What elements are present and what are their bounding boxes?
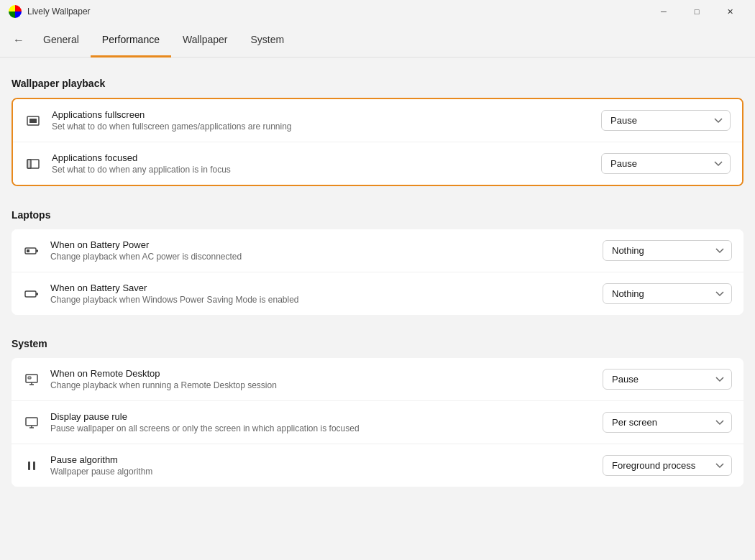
fullscreen-icon (24, 112, 42, 129)
apps-focused-select[interactable]: Pause Stop Nothing (601, 153, 731, 174)
tab-performance[interactable]: Performance (91, 23, 171, 58)
battery-power-desc: Change playback when AC power is disconn… (50, 252, 592, 262)
setting-row-apps-focused: Applications focused Set what to do when… (13, 142, 742, 185)
apps-fullscreen-label: Applications fullscreen (52, 109, 591, 120)
section-title-laptops: Laptops (12, 209, 743, 221)
tab-general[interactable]: General (32, 23, 91, 58)
battery-power-control: Nothing Pause Stop (603, 240, 732, 261)
setting-text-apps-fullscreen: Applications fullscreen Set what to do w… (52, 109, 591, 132)
remote-desktop-select[interactable]: Pause Stop Nothing (603, 369, 732, 390)
svg-rect-7 (25, 291, 36, 297)
setting-text-battery-power: When on Battery Power Change playback wh… (50, 239, 592, 262)
battery-saver-select[interactable]: Nothing Pause Stop (603, 283, 732, 304)
app-title: Lively Wallpaper (27, 6, 91, 17)
setting-text-battery-saver: When on Battery Saver Change playback wh… (50, 283, 592, 305)
battery-saver-label: When on Battery Saver (50, 283, 592, 293)
display-pause-select[interactable]: Per screen All screens (603, 412, 732, 433)
setting-row-remote-desktop: When on Remote Desktop Change playback w… (12, 358, 743, 401)
setting-row-apps-fullscreen: Applications fullscreen Set what to do w… (13, 99, 742, 142)
section-title-wallpaper-playback: Wallpaper playback (12, 78, 743, 89)
setting-row-pause-algorithm: Pause algorithm Wallpaper pause algorith… (12, 444, 743, 487)
system-group: When on Remote Desktop Change playback w… (12, 358, 743, 487)
battery-saver-desc: Change playback when Windows Power Savin… (50, 295, 592, 305)
app-icon (9, 5, 22, 18)
battery-power-icon (23, 242, 40, 260)
svg-rect-1 (29, 119, 37, 123)
section-title-system: System (12, 338, 743, 349)
apps-focused-desc: Set what to do when any application is i… (52, 165, 591, 175)
setting-text-display-pause: Display pause rule Pause wallpaper on al… (50, 411, 592, 433)
svg-rect-17 (33, 462, 35, 470)
battery-saver-icon (23, 285, 40, 303)
focused-icon (24, 155, 42, 173)
display-pause-control: Per screen All screens (603, 412, 732, 433)
display-pause-desc: Pause wallpaper on all screens or only t… (50, 423, 592, 433)
apps-focused-control: Pause Stop Nothing (601, 153, 731, 174)
close-button[interactable]: ✕ (713, 0, 746, 23)
svg-rect-9 (26, 375, 37, 382)
battery-power-select[interactable]: Nothing Pause Stop (603, 240, 732, 261)
setting-row-display-pause: Display pause rule Pause wallpaper on al… (12, 401, 743, 444)
apps-focused-label: Applications focused (52, 152, 591, 163)
back-button[interactable]: ← (6, 27, 32, 53)
svg-rect-3 (27, 160, 31, 168)
svg-rect-16 (28, 462, 30, 470)
remote-desktop-control: Pause Stop Nothing (603, 369, 732, 390)
app-window: Lively Wallpaper ─ □ ✕ ← General Perform… (0, 0, 755, 560)
remote-desktop-label: When on Remote Desktop (50, 368, 592, 379)
tab-wallpaper[interactable]: Wallpaper (171, 23, 239, 58)
content-area: Wallpaper playback Applications fullscre… (0, 58, 755, 560)
navbar: ← General Performance Wallpaper System (0, 23, 755, 58)
battery-power-label: When on Battery Power (50, 239, 592, 250)
battery-saver-control: Nothing Pause Stop (603, 283, 732, 304)
pause-algorithm-label: Pause algorithm (50, 454, 592, 465)
wallpaper-playback-group: Applications fullscreen Set what to do w… (12, 98, 743, 186)
svg-rect-5 (36, 249, 38, 252)
tab-system[interactable]: System (239, 23, 296, 58)
minimize-button[interactable]: ─ (647, 0, 680, 23)
titlebar-controls: ─ □ ✕ (647, 0, 746, 23)
remote-desktop-desc: Change playback when running a Remote De… (50, 380, 592, 390)
svg-rect-8 (36, 293, 38, 295)
pause-algorithm-desc: Wallpaper pause algorithm (50, 467, 592, 477)
svg-rect-13 (26, 418, 37, 426)
pause-algorithm-icon (23, 457, 40, 474)
titlebar-left: Lively Wallpaper (9, 5, 91, 18)
setting-text-pause-algorithm: Pause algorithm Wallpaper pause algorith… (50, 454, 592, 477)
pause-algorithm-control: Foreground process Focus changed (603, 455, 732, 476)
pause-algorithm-select[interactable]: Foreground process Focus changed (603, 455, 732, 476)
display-pause-icon (23, 414, 40, 431)
display-pause-label: Display pause rule (50, 411, 592, 422)
maximize-button[interactable]: □ (680, 0, 713, 23)
apps-fullscreen-select[interactable]: Pause Stop Nothing (601, 110, 731, 131)
apps-fullscreen-control: Pause Stop Nothing (601, 110, 731, 131)
titlebar: Lively Wallpaper ─ □ ✕ (0, 0, 755, 23)
svg-rect-12 (28, 377, 31, 379)
laptops-group: When on Battery Power Change playback wh… (12, 229, 743, 315)
svg-rect-6 (27, 249, 29, 252)
setting-text-apps-focused: Applications focused Set what to do when… (52, 152, 591, 175)
remote-desktop-icon (23, 371, 40, 388)
setting-row-battery-saver: When on Battery Saver Change playback wh… (12, 272, 743, 315)
setting-text-remote-desktop: When on Remote Desktop Change playback w… (50, 368, 592, 390)
apps-fullscreen-desc: Set what to do when fullscreen games/app… (52, 121, 591, 132)
setting-row-battery-power: When on Battery Power Change playback wh… (12, 229, 743, 272)
